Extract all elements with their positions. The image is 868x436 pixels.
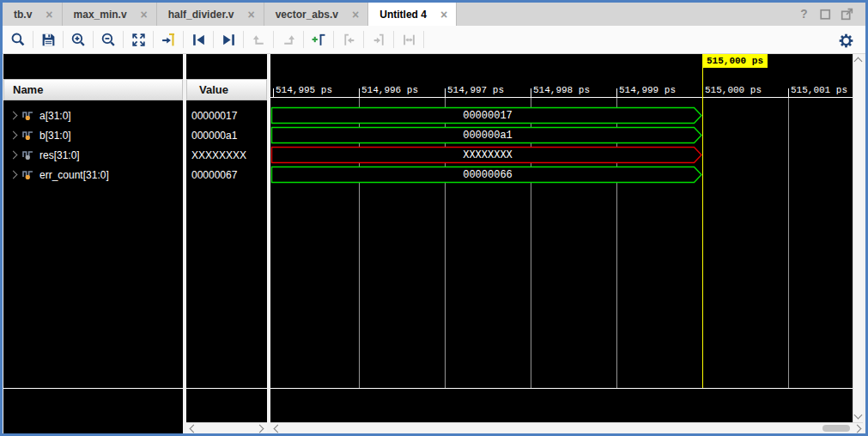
ruler-tick-label: 515,001 ps — [791, 85, 847, 95]
svg-text:000000a1: 000000a1 — [463, 130, 513, 142]
timeline-baseline — [270, 97, 853, 98]
toolbar-separator — [63, 31, 64, 48]
wave-bus-res-31-0: XXXXXXXX — [270, 145, 853, 165]
tab-label: vector_abs.v — [276, 9, 338, 21]
scroll-up-icon[interactable] — [854, 58, 863, 66]
wave-viewer-window: tb.v×max_min.v×half_divider.v×vector_abs… — [0, 0, 868, 436]
signal-row-res-31-0[interactable]: res[31:0] — [3, 145, 183, 165]
expand-icon[interactable] — [9, 151, 18, 160]
float-icon[interactable] — [817, 6, 834, 22]
zoom-in-button[interactable] — [67, 28, 89, 51]
bus-icon — [22, 110, 35, 121]
svg-text:?: ? — [800, 8, 807, 21]
toolbar-separator — [273, 31, 274, 48]
tab-tb-v[interactable]: tb.v× — [3, 3, 63, 26]
ruler-tick-label: 514,997 ps — [447, 85, 504, 95]
toolbar-separator — [123, 31, 124, 48]
toolbar-separator — [33, 31, 33, 48]
signal-name: err_count[31:0] — [39, 169, 109, 181]
wave-bus-err-count-31-0: 00000066 — [270, 165, 853, 185]
expand-icon[interactable] — [9, 171, 18, 179]
svg-text:XXXXXXXX: XXXXXXXX — [463, 149, 513, 161]
search-button[interactable] — [7, 28, 29, 51]
scroll-left-icon[interactable] — [190, 425, 198, 433]
signal-row-err-count-31-0[interactable]: err_count[31:0] — [3, 165, 183, 185]
save-button[interactable] — [37, 28, 59, 51]
toolbar-separator — [93, 31, 94, 48]
ruler-tick — [359, 88, 360, 97]
toolbar-separator — [363, 31, 364, 48]
go-to-start-button[interactable] — [187, 28, 209, 51]
close-icon[interactable]: × — [141, 9, 148, 21]
tab-untitled-4[interactable]: Untitled 4× — [368, 3, 457, 26]
signal-row-b-31-0[interactable]: b[31:0] — [3, 125, 183, 145]
close-icon[interactable]: × — [46, 9, 52, 21]
go-to-end-button[interactable] — [217, 28, 240, 51]
svg-text:00000017: 00000017 — [463, 110, 513, 122]
scroll-right-icon[interactable] — [256, 425, 264, 433]
signal-value: 00000017 — [191, 106, 267, 125]
next-transition-button[interactable] — [277, 28, 300, 51]
toolbar — [3, 26, 865, 54]
close-icon[interactable]: × — [247, 9, 254, 21]
wave-h-scrollbar[interactable] — [270, 422, 863, 433]
time-cursor-line[interactable] — [702, 68, 703, 388]
previous-marker-button[interactable] — [337, 28, 360, 51]
scroll-left-icon[interactable] — [274, 425, 282, 433]
expand-icon[interactable] — [9, 112, 18, 120]
h-scrollbar-thumb[interactable] — [822, 425, 850, 432]
toolbar-separator — [333, 31, 334, 48]
close-icon[interactable]: × — [440, 9, 447, 21]
ruler-tick — [788, 88, 789, 97]
signal-name: a[31:0] — [39, 110, 71, 122]
scroll-right-icon[interactable] — [853, 425, 862, 433]
ruler-tick-label: 514,996 ps — [361, 85, 418, 95]
toolbar-buttons — [7, 26, 428, 53]
ruler-tick-label: 515,000 ps — [705, 85, 762, 95]
signal-names-panel: Name a[31:0]b[31:0]res[31:0]err_count[31… — [3, 54, 183, 433]
wave-v-scrollbar[interactable] — [853, 54, 863, 422]
ruler-tick-label: 514,995 ps — [276, 85, 332, 95]
values-h-scrollbar[interactable] — [186, 422, 267, 433]
bus-icon — [22, 130, 35, 141]
signal-values-panel: Value 00000017000000a1XXXXXXXX00000067 — [186, 54, 267, 433]
ruler-tick — [531, 88, 531, 97]
time-cursor-label[interactable]: 515,000 ps — [702, 54, 768, 68]
value-column-header: Value — [186, 79, 267, 100]
ruler-tick-label: 514,999 ps — [619, 85, 676, 95]
wave-canvas[interactable]: 514,995 ps514,996 ps514,997 ps514,998 ps… — [270, 54, 853, 422]
tab-half-divider-v[interactable]: half_divider.v× — [157, 3, 264, 26]
wave-bus-b-31-0: 000000a1 — [270, 125, 853, 145]
signal-name: res[31:0] — [39, 149, 80, 161]
tab-label: tb.v — [14, 9, 32, 21]
add-marker-button[interactable] — [307, 28, 330, 51]
signal-name: b[31:0] — [39, 130, 71, 142]
wave-bus-a-31-0: 00000017 — [270, 106, 853, 125]
bus-icon — [22, 149, 35, 160]
settings-button[interactable] — [835, 29, 857, 51]
expand-icon[interactable] — [9, 131, 18, 140]
panel-divider-line — [186, 388, 267, 389]
tab-label: half_divider.v — [168, 9, 234, 21]
bus-icon — [22, 169, 35, 180]
go-to-time-button[interactable] — [157, 28, 179, 51]
next-marker-button[interactable] — [367, 28, 390, 51]
maximize-icon[interactable] — [839, 6, 855, 22]
waveform-panel: 514,995 ps514,996 ps514,997 ps514,998 ps… — [270, 54, 863, 433]
signal-row-a-31-0[interactable]: a[31:0] — [3, 106, 183, 125]
svg-text:00000066: 00000066 — [463, 169, 513, 181]
toolbar-separator — [393, 31, 394, 48]
previous-transition-button[interactable] — [247, 28, 270, 51]
zoom-out-button[interactable] — [97, 28, 119, 51]
toolbar-separator — [213, 31, 214, 48]
toolbar-separator — [303, 31, 304, 48]
tab-label: max_min.v — [74, 9, 127, 21]
tab-strip: tb.v×max_min.v×half_divider.v×vector_abs… — [3, 3, 865, 27]
swap-cursors-button[interactable] — [398, 28, 420, 51]
close-icon[interactable]: × — [352, 9, 359, 21]
help-icon[interactable]: ? — [796, 6, 812, 22]
zoom-fit-button[interactable] — [127, 28, 149, 51]
tab-vector-abs-v[interactable]: vector_abs.v× — [264, 3, 369, 26]
tab-max-min-v[interactable]: max_min.v× — [63, 3, 157, 26]
scroll-down-icon[interactable] — [854, 411, 863, 420]
